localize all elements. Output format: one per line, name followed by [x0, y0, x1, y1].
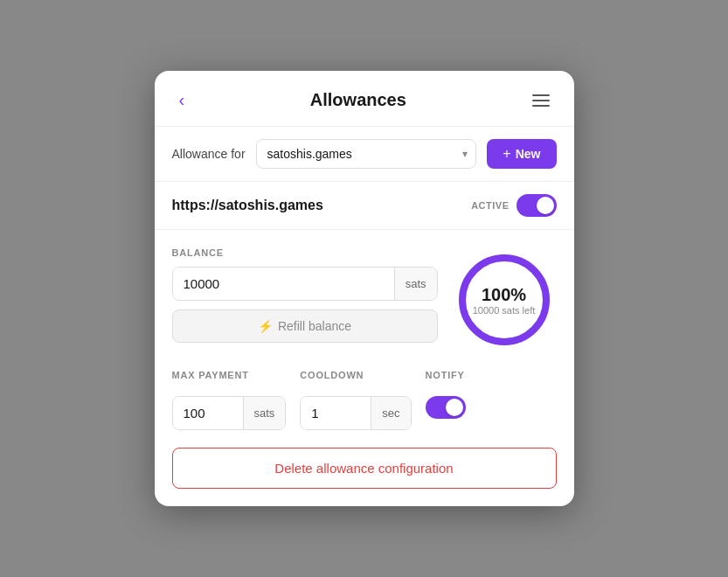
gauge-center: 100% 10000 sats left: [473, 285, 536, 316]
site-row: https://satoshis.games ACTIVE: [155, 182, 574, 230]
active-label: ACTIVE: [471, 200, 509, 211]
active-toggle[interactable]: [517, 194, 557, 217]
cooldown-input-row: sec: [300, 396, 411, 430]
notify-toggle[interactable]: [426, 396, 466, 419]
refill-button[interactable]: ⚡ Refill balance: [172, 309, 438, 343]
notify-label: NOTIFY: [426, 370, 465, 380]
notify-toggle-thumb: [446, 399, 463, 416]
bottom-fields: MAX PAYMENT sats COOLDOWN sec NOTIFY: [172, 370, 557, 430]
main-content: BALANCE sats ⚡ Refill balance: [155, 230, 574, 506]
new-btn-label: New: [516, 147, 541, 161]
menu-icon-line2: [532, 100, 550, 101]
notify-group: NOTIFY: [426, 370, 466, 419]
modal: ‹ Allowances Allowance for satoshis.game…: [155, 71, 574, 506]
active-toggle-thumb: [537, 197, 554, 214]
site-select[interactable]: satoshis.games: [256, 139, 477, 169]
max-payment-group: MAX PAYMENT sats: [172, 370, 287, 430]
active-group: ACTIVE: [471, 194, 556, 217]
balance-left: BALANCE sats ⚡ Refill balance: [172, 247, 438, 343]
new-plus-icon: +: [503, 146, 510, 162]
modal-header: ‹ Allowances: [155, 71, 574, 127]
max-payment-input-row: sats: [172, 396, 287, 430]
gauge-text: 100% 10000 sats left: [473, 285, 536, 316]
gauge-percent: 100%: [473, 285, 536, 305]
site-url: https://satoshis.games: [172, 198, 323, 213]
allowance-for-row: Allowance for satoshis.games ▾ + New: [155, 127, 574, 182]
balance-input-row: sats: [172, 267, 438, 301]
gauge-wrapper: 100% 10000 sats left: [452, 247, 557, 352]
cooldown-input[interactable]: [301, 397, 371, 429]
balance-input[interactable]: [173, 268, 394, 300]
menu-icon-line1: [532, 94, 550, 96]
menu-icon-line3: [532, 105, 550, 107]
allowance-for-label: Allowance for: [172, 147, 246, 161]
new-allowance-button[interactable]: + New: [487, 139, 556, 169]
max-payment-input[interactable]: [173, 397, 243, 429]
cooldown-group: COOLDOWN sec: [300, 370, 411, 430]
balance-unit: sats: [394, 268, 437, 300]
menu-button[interactable]: [525, 91, 557, 110]
modal-title: Allowances: [310, 90, 406, 110]
cooldown-unit: sec: [371, 397, 410, 429]
back-button[interactable]: ‹: [172, 87, 192, 114]
delete-button[interactable]: Delete allowance configuration: [172, 448, 557, 489]
refill-icon: ⚡: [258, 319, 273, 333]
back-icon: ‹: [179, 90, 185, 110]
max-payment-label: MAX PAYMENT: [172, 370, 287, 380]
balance-section: BALANCE sats ⚡ Refill balance: [172, 247, 557, 352]
site-select-wrapper: satoshis.games ▾: [256, 139, 477, 169]
gauge-sub: 10000 sats left: [473, 305, 536, 316]
refill-label: Refill balance: [278, 319, 351, 333]
max-payment-unit: sats: [243, 397, 286, 429]
cooldown-label: COOLDOWN: [300, 370, 411, 380]
balance-label: BALANCE: [172, 247, 438, 258]
